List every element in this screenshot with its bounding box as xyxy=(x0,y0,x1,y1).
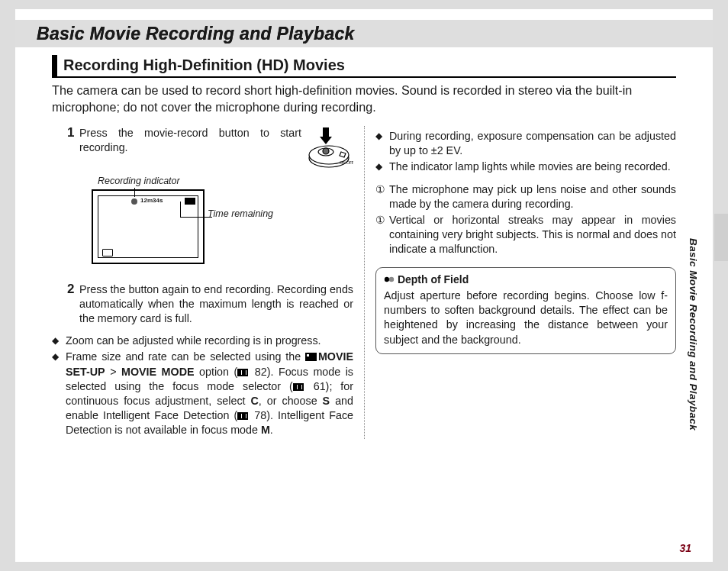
movie-mode-icon xyxy=(102,249,113,256)
list-item: Frame size and rate can be selected usin… xyxy=(52,350,353,437)
thumb-index-tab xyxy=(714,214,728,261)
side-tab-label: Basic Movie Recording and Playback xyxy=(684,238,699,431)
section-heading: Recording High-Definition (HD) Movies xyxy=(52,55,676,78)
caution-list: The microphone may pick up lens noise an… xyxy=(375,182,676,257)
svg-text:ON OFF: ON OFF xyxy=(340,160,353,165)
step-2-text: Press the button again to end recording.… xyxy=(79,282,353,326)
step-1: 1 Press the movie-record button to start… xyxy=(67,126,353,275)
movie-setup-icon xyxy=(305,353,317,361)
page-ref-icon xyxy=(293,383,304,391)
list-item: During recording, exposure compensation … xyxy=(375,129,676,158)
list-item: The microphone may pick up lens noise an… xyxy=(375,182,676,211)
record-dot-icon xyxy=(131,198,137,205)
step-number: 1 xyxy=(67,126,79,275)
depth-of-field-tip-box: Depth of Field Adjust aperture before re… xyxy=(375,267,676,353)
svg-point-3 xyxy=(323,148,329,154)
page-content: Recording High-Definition (HD) Movies Th… xyxy=(15,47,713,439)
list-item: Zoom can be adjusted while recording is … xyxy=(52,334,353,348)
section-title: Recording High-Definition (HD) Movies xyxy=(63,55,345,76)
lcd-screen-illustration: 12m34s xyxy=(92,189,205,264)
page-ref-icon xyxy=(237,412,248,420)
time-remaining-value: 12m34s xyxy=(140,197,163,205)
step-number: 2 xyxy=(67,282,79,326)
left-column: 1 Press the movie-record button to start… xyxy=(52,126,364,439)
right-notes-list: During recording, exposure compensation … xyxy=(375,129,676,174)
tip-bullet-icon xyxy=(384,273,395,287)
time-remaining-label: Time remaining xyxy=(208,208,273,221)
two-column-layout: 1 Press the movie-record button to start… xyxy=(52,126,676,439)
list-item: The indicator lamp lights while movies a… xyxy=(375,160,676,174)
step-1-text: Press the movie-record button to start r… xyxy=(79,126,301,170)
svg-point-7 xyxy=(385,277,389,282)
tip-body: Adjust aperture before recording begins.… xyxy=(384,289,668,347)
step-2: 2 Press the button again to end recordin… xyxy=(67,282,353,326)
intro-paragraph: The camera can be used to record short h… xyxy=(52,82,676,115)
chapter-header-bar: Basic Movie Recording and Playback xyxy=(15,20,713,47)
heading-accent-bar xyxy=(52,55,57,76)
svg-rect-4 xyxy=(323,127,329,137)
manual-page: Basic Movie Recording and Playback Recor… xyxy=(15,9,713,562)
left-notes-list: Zoom can be adjusted while recording is … xyxy=(52,334,353,437)
page-number: 31 xyxy=(679,542,691,554)
right-column: During recording, exposure compensation … xyxy=(364,126,676,439)
tip-title: Depth of Field xyxy=(384,273,668,287)
rec-badge-icon xyxy=(185,198,195,205)
page-ref-icon xyxy=(237,369,248,376)
camera-button-illustration: ON OFF xyxy=(308,126,353,170)
svg-point-8 xyxy=(389,277,394,282)
recording-indicator-diagram: Recording indicator 12m34s xyxy=(92,175,353,264)
chapter-title: Basic Movie Recording and Playback xyxy=(37,24,355,44)
list-item: Vertical or horizontal streaks may appea… xyxy=(375,213,676,256)
recording-indicator-label: Recording indicator xyxy=(98,175,353,188)
svg-marker-5 xyxy=(320,137,332,144)
